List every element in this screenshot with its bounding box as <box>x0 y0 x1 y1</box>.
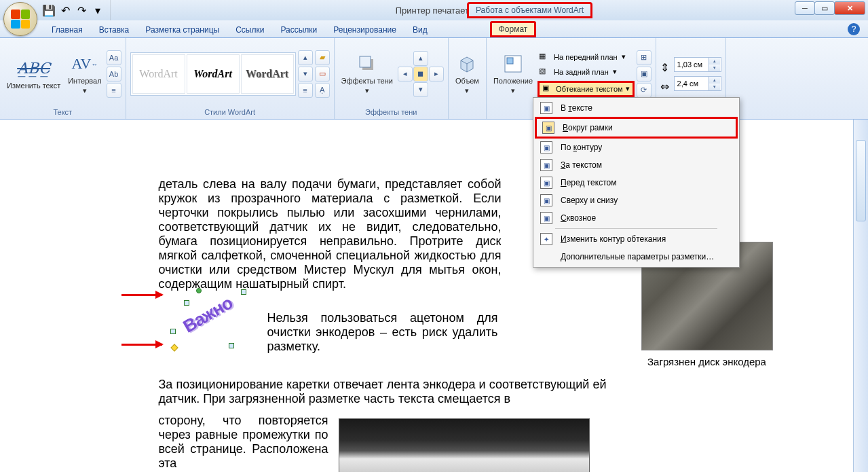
tab-view[interactable]: Вид <box>404 22 436 37</box>
cube-icon <box>455 52 478 75</box>
edit-points-icon: ✦ <box>540 233 552 245</box>
office-button[interactable] <box>3 2 37 36</box>
gallery-more[interactable]: ≡ <box>298 83 313 98</box>
wordart-style-2[interactable]: WordArt <box>187 54 240 94</box>
tab-insert[interactable]: Вставка <box>91 22 138 37</box>
edit-text-button[interactable]: A̲B̲C̲ Изменить текст <box>4 56 63 92</box>
wordart-gallery[interactable]: WordArt WordArt WordArt <box>130 52 296 96</box>
shadow-down[interactable]: ▾ <box>413 82 428 97</box>
close-button[interactable]: ✕ <box>834 1 865 15</box>
redo-button[interactable]: ↷ <box>75 3 88 17</box>
same-height-button[interactable]: Aa <box>107 50 121 65</box>
scrollbar-thumb[interactable] <box>856 140 866 221</box>
wordart-text: Важно <box>179 293 235 338</box>
image-caption: Загрязнен диск энкодера <box>641 356 773 367</box>
gallery-down[interactable]: ▾ <box>298 67 313 81</box>
bring-front-button[interactable]: ▦На передний план ▾ <box>537 51 635 63</box>
tab-references[interactable]: Ссылки <box>227 22 272 37</box>
height-input[interactable] <box>675 60 709 69</box>
position-button[interactable]: Положение▾ <box>491 51 535 96</box>
vertical-text-icon: Ab <box>109 70 118 78</box>
width-input[interactable] <box>675 79 709 88</box>
shadow-right[interactable]: ▸ <box>429 67 444 81</box>
handle-br[interactable] <box>229 343 234 348</box>
align-text-button[interactable]: ≡ <box>107 83 121 98</box>
wrap-front[interactable]: ▣Перед текстом <box>535 174 738 192</box>
wrap-tight-icon: ▣ <box>540 141 552 153</box>
annotation-arrow-1 <box>121 294 162 296</box>
qat-customize[interactable]: ▾ <box>91 3 105 17</box>
align-button[interactable]: ⊞ <box>637 50 652 65</box>
gallery-scroll: ▴ ▾ ≡ <box>298 50 313 98</box>
edit-wrap-points[interactable]: ✦Изменить контур обтекания <box>535 230 738 248</box>
width-up[interactable]: ▴ <box>709 77 720 84</box>
wrap-behind[interactable]: ▣За текстом <box>535 156 738 174</box>
undo-icon: ↶ <box>61 4 70 17</box>
wrap-inline[interactable]: ▣В тексте <box>535 99 738 117</box>
height-spinner[interactable]: ▴▾ <box>674 57 721 72</box>
undo-button[interactable]: ↶ <box>58 3 72 17</box>
svg-rect-1 <box>360 56 371 67</box>
handle-ml[interactable] <box>170 329 176 334</box>
vertical-text-button[interactable]: Ab <box>107 67 121 81</box>
wordart-style-1[interactable]: WordArt <box>132 54 185 94</box>
adjust-handle[interactable] <box>170 344 178 351</box>
save-icon: 💾 <box>42 4 56 17</box>
wordart-style-3[interactable]: WordArt <box>241 54 294 94</box>
annotation-arrow-2 <box>121 344 162 346</box>
change-shape-button[interactable]: Ạ <box>315 83 330 98</box>
group-button[interactable]: ▣ <box>637 67 652 81</box>
rotate-handle[interactable] <box>196 288 202 293</box>
align-col: ⊞ ▣ ⟳ <box>637 50 652 98</box>
wrap-topbottom[interactable]: ▣Сверху и снизу <box>535 192 738 209</box>
position-icon <box>502 52 525 75</box>
vertical-scrollbar[interactable] <box>853 120 868 472</box>
maximize-icon: ▭ <box>821 4 828 13</box>
gallery-up[interactable]: ▴ <box>298 50 313 65</box>
svg-rect-5 <box>507 58 513 64</box>
width-icon: ⇔ <box>660 80 671 91</box>
wrap-through[interactable]: ▣Сквозное <box>535 209 738 227</box>
width-down[interactable]: ▾ <box>709 84 720 90</box>
printer-image[interactable] <box>339 418 590 472</box>
minimize-button[interactable]: ─ <box>795 1 815 15</box>
tab-layout[interactable]: Разметка страницы <box>137 22 227 37</box>
send-back-icon: ▧ <box>539 67 550 77</box>
height-down[interactable]: ▾ <box>709 65 720 71</box>
handle-tl[interactable] <box>184 300 189 306</box>
tab-home[interactable]: Главная <box>43 22 91 37</box>
3d-effects-button[interactable]: Объем▾ <box>453 51 482 96</box>
group-shadow-effects: Эффекты тени▾ ▴ ◂ ◼ ▸ ▾ Эффекты тени <box>335 38 449 119</box>
tab-review[interactable]: Рецензирование <box>325 22 404 37</box>
ribbon-tabs: Главная Вставка Разметка страницы Ссылки… <box>0 20 868 38</box>
group-wordart-styles: WordArt WordArt WordArt ▴ ▾ ≡ ▰ ▭ Ạ Стил… <box>126 38 335 119</box>
wordart-object[interactable]: Важно <box>176 292 250 346</box>
wrap-topbottom-icon: ▣ <box>540 194 552 206</box>
text-wrap-button[interactable]: ▣Обтекание текстом ▾ <box>537 81 635 97</box>
office-logo-icon <box>11 10 30 29</box>
wrap-square[interactable]: ▣Вокруг рамки <box>535 117 738 139</box>
more-layout-options[interactable]: Дополнительные параметры разметки… <box>535 248 738 266</box>
group-text: A̲B̲C̲ Изменить текст AV↔ Интервал▾ Aa A… <box>0 38 126 119</box>
shadow-effects-button[interactable]: Эффекты тени▾ <box>339 51 396 96</box>
shape-fill-button[interactable]: ▰ <box>315 50 330 65</box>
tab-format[interactable]: Формат <box>490 21 537 37</box>
minimize-icon: ─ <box>802 4 808 12</box>
tab-mailings[interactable]: Рассылки <box>272 22 325 37</box>
help-button[interactable]: ? <box>848 23 860 35</box>
shadow-up[interactable]: ▴ <box>413 51 428 66</box>
save-button[interactable]: 💾 <box>42 3 56 17</box>
width-spinner[interactable]: ▴▾ <box>674 76 721 91</box>
height-up[interactable]: ▴ <box>709 58 720 65</box>
shadow-toggle[interactable]: ◼ <box>413 67 428 81</box>
rotate-button[interactable]: ⟳ <box>637 83 652 98</box>
spacing-button[interactable]: AV↔ Интервал▾ <box>65 51 104 96</box>
wrap-tight[interactable]: ▣По контуру <box>535 139 738 156</box>
send-back-button[interactable]: ▧На задний план ▾ <box>537 66 635 78</box>
redo-icon: ↷ <box>77 4 86 17</box>
wrap-front-icon: ▣ <box>540 177 552 189</box>
shape-outline-button[interactable]: ▭ <box>315 67 330 81</box>
handle-tr[interactable] <box>241 289 246 295</box>
maximize-button[interactable]: ▭ <box>814 1 835 15</box>
shadow-left[interactable]: ◂ <box>398 67 413 81</box>
